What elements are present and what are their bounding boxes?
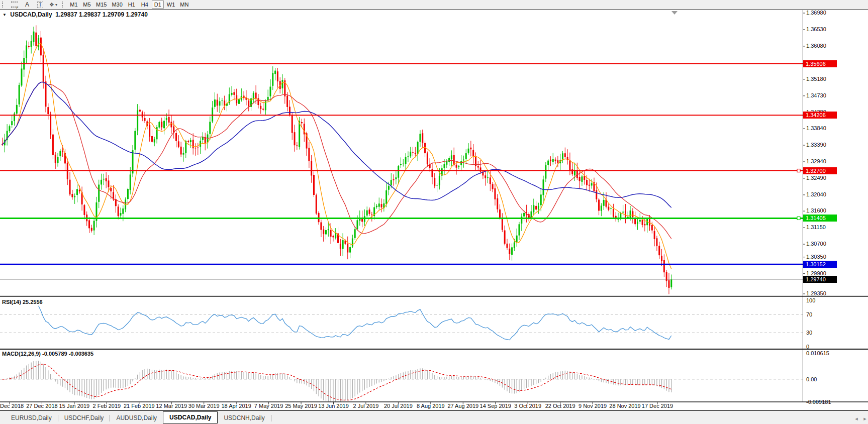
timeframe-button-h1[interactable]: H1 — [126, 1, 138, 9]
macd-pane[interactable] — [0, 350, 803, 402]
top-toolbar: F A T ❖ ▾ M1M5M15M30H1H4D1W1MN — [0, 0, 868, 10]
text-label-tool-button[interactable]: T — [34, 1, 46, 9]
timeframe-button-m30[interactable]: M30 — [110, 1, 124, 9]
chart-window: ▼ USDCAD,Daily 1.29837 1.29837 1.29709 1… — [0, 10, 868, 409]
price-tick-label: 1.32940 — [806, 158, 826, 164]
timeframe-button-mn[interactable]: MN — [178, 1, 190, 9]
level-price-badge: 1.30152 — [803, 261, 837, 268]
price-axis[interactable] — [803, 10, 868, 402]
tab-separator — [271, 415, 271, 421]
timeframe-button-m1[interactable]: M1 — [68, 1, 80, 9]
chart-tab-eurusd[interactable]: EURUSD,Daily — [5, 413, 58, 423]
rsi-scale-label: 70 — [806, 311, 812, 317]
rsi-scale-label: 0 — [806, 344, 809, 350]
price-tick-label: 1.30350 — [806, 254, 826, 260]
level-price-badge: 1.34206 — [803, 112, 837, 119]
price-tick-label: 1.31150 — [806, 224, 826, 230]
price-tick-label: 1.36530 — [806, 26, 826, 32]
chart-tab-bar: EURUSD,DailyUSDCHF,DailyAUDUSD,DailyUSDC… — [0, 410, 868, 424]
level-price-badge: 1.31405 — [803, 215, 837, 222]
chart-tab-audusd[interactable]: AUDUSD,Daily — [110, 413, 163, 423]
trading-platform-window: F A T ❖ ▾ M1M5M15M30H1H4D1W1MN ▼ USDCAD,… — [0, 0, 868, 424]
price-tick-label: 1.30700 — [806, 241, 826, 247]
text-label-icon: T — [37, 2, 43, 8]
timeframe-button-m15[interactable]: M15 — [94, 1, 109, 9]
macd-scale-label: -0.009181 — [806, 399, 831, 405]
tab-scroll-right-button[interactable]: ▸ — [861, 415, 868, 422]
level-price-badge: 1.32700 — [803, 167, 837, 174]
level-price-badge: 1.35606 — [803, 60, 837, 67]
price-tick-label: 1.36980 — [806, 10, 826, 16]
price-tick-label: 1.29350 — [806, 290, 826, 296]
left-arrow-icon: ◂ — [855, 415, 858, 422]
price-tick-label: 1.35180 — [806, 76, 826, 82]
price-tick-label: 1.29900 — [806, 270, 826, 276]
text-tool-icon: A — [25, 1, 29, 8]
fibonacci-icon: F — [11, 2, 18, 8]
current-price-badge: 1.29740 — [803, 276, 837, 283]
macd-scale-label: 0.00 — [806, 376, 817, 382]
price-tick-label: 1.31600 — [806, 207, 826, 214]
chart-tab-usdcnh[interactable]: USDCNH,Daily — [218, 413, 270, 423]
rsi-pane[interactable] — [0, 297, 803, 348]
tab-scroll-left-button[interactable]: ◂ — [853, 415, 860, 422]
chevron-down-icon: ▾ — [55, 3, 57, 7]
chart-tab-usdcad[interactable]: USDCAD,Daily — [163, 411, 218, 423]
text-tool-button[interactable]: A — [21, 1, 33, 9]
timeframe-button-w1[interactable]: W1 — [165, 1, 177, 9]
chart-tabs: EURUSD,DailyUSDCHF,DailyAUDUSD,DailyUSDC… — [5, 412, 271, 423]
rsi-scale-label: 100 — [806, 297, 815, 303]
fibonacci-tool-button[interactable]: F — [8, 1, 20, 9]
timeframe-button-h4[interactable]: H4 — [139, 1, 151, 9]
chart-plot-area[interactable] — [0, 10, 803, 295]
rsi-scale-label: 30 — [806, 330, 812, 336]
price-tick-label: 1.32490 — [806, 175, 826, 181]
timeframe-group: M1M5M15M30H1H4D1W1MN — [67, 1, 191, 9]
price-tick-label: 1.33840 — [806, 125, 826, 131]
chart-tab-usdchf[interactable]: USDCHF,Daily — [58, 413, 110, 423]
macd-scale-label: 0.010615 — [806, 350, 829, 356]
timeframe-toolbar-drag-handle[interactable] — [62, 2, 65, 8]
timeframe-button-d1[interactable]: D1 — [152, 1, 164, 9]
toolbar-drag-handle[interactable] — [2, 2, 5, 8]
timeframe-button-m5[interactable]: M5 — [81, 1, 93, 9]
price-tick-label: 1.34730 — [806, 92, 826, 98]
date-axis-label: 17 Dec 2019 — [635, 403, 680, 409]
right-arrow-icon: ▸ — [863, 415, 866, 422]
price-tick-label: 1.36080 — [806, 43, 826, 49]
arrows-icon: ❖ — [49, 2, 54, 8]
price-tick-label: 1.33390 — [806, 142, 826, 148]
arrows-tool-button[interactable]: ❖ ▾ — [47, 1, 59, 9]
price-tick-label: 1.32040 — [806, 191, 826, 197]
